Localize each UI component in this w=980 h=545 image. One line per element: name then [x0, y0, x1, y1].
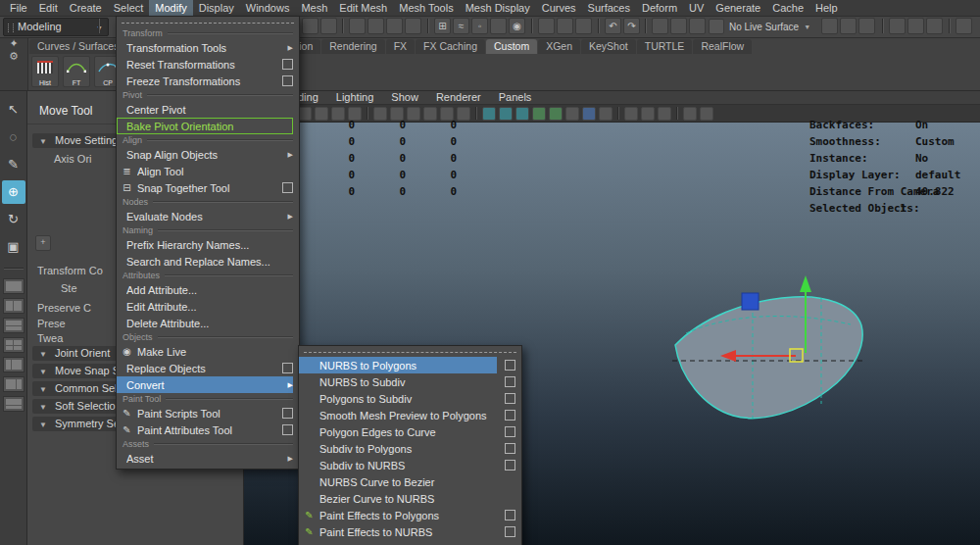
motion-blur-icon[interactable]: [582, 107, 596, 121]
option-box[interactable]: [505, 360, 515, 371]
menu-deform[interactable]: Deform: [636, 0, 683, 16]
menu-item-smooth-mesh-preview-to-polygons[interactable]: Smooth Mesh Preview to Polygons: [299, 407, 521, 423]
option-box[interactable]: [282, 59, 293, 70]
menu-item-polygon-edges-to-curve[interactable]: Polygon Edges to Curve: [299, 423, 521, 440]
outliner-toggle-icon[interactable]: [926, 18, 943, 34]
shelf-tab-realflow[interactable]: RealFlow: [693, 39, 752, 54]
select-faces-icon[interactable]: [405, 18, 421, 34]
paint-select-tool-button[interactable]: ✎: [2, 153, 25, 176]
option-box[interactable]: [282, 408, 293, 419]
shelf-tab-turtle[interactable]: TURTLE: [637, 39, 693, 54]
snap-to-point-icon[interactable]: ◦: [471, 18, 488, 34]
menu-item-nurbs-to-subdiv[interactable]: NURBS to Subdiv: [299, 373, 521, 390]
option-box[interactable]: [505, 376, 515, 387]
menu-item-make-live[interactable]: ◉Make Live: [117, 343, 299, 360]
menu-item-prefix-hierarchy-names[interactable]: Prefix Hierarchy Names...: [117, 236, 299, 253]
xray-joints-icon[interactable]: [658, 107, 671, 121]
shelf-tab-curves-surfaces[interactable]: Curves / Surfaces: [29, 39, 126, 54]
menu-item-subdiv-to-nurbs[interactable]: Subdiv to NURBS: [299, 457, 521, 473]
menu-item-replace-objects[interactable]: Replace Objects: [117, 360, 299, 376]
redo-icon[interactable]: ↷: [623, 18, 640, 34]
menu-item-paint-effects-to-polygons[interactable]: ✎Paint Effects to Polygons: [299, 507, 521, 523]
field-chart-icon[interactable]: [457, 107, 470, 121]
shaded-icon[interactable]: [499, 107, 513, 121]
panel-menu-show[interactable]: Show: [391, 91, 418, 103]
option-box[interactable]: [505, 510, 515, 520]
select-points-icon[interactable]: [368, 18, 384, 34]
shelf-tab-rendering[interactable]: Rendering: [321, 39, 384, 54]
shelf-tab-keyshot[interactable]: KeyShot: [581, 39, 636, 54]
shelf-tab-fx-caching[interactable]: FX Caching: [416, 39, 485, 54]
menu-item-convert[interactable]: Convert▶: [117, 376, 299, 393]
menu-item-evaluate-nodes[interactable]: Evaluate Nodes▶: [117, 208, 299, 224]
exposure-icon[interactable]: [683, 107, 697, 121]
use-all-lights-icon[interactable]: [532, 107, 546, 121]
menu-mesh-display[interactable]: Mesh Display: [460, 0, 536, 16]
wireframe-icon[interactable]: [482, 107, 496, 121]
panel-toggle-icon[interactable]: [956, 18, 972, 34]
menu-edit-mesh[interactable]: Edit Mesh: [333, 0, 393, 16]
layout-stacked-pane-button[interactable]: [3, 318, 24, 333]
snap-to-grid-icon[interactable]: ⊞: [434, 18, 451, 34]
option-box[interactable]: [505, 526, 515, 537]
layout-persp-graph-button[interactable]: [3, 396, 24, 412]
menu-surfaces[interactable]: Surfaces: [582, 0, 636, 16]
hierarchy-mode-icon[interactable]: [302, 18, 318, 34]
menu-item-polygons-to-subdiv[interactable]: Polygons to Subdiv: [299, 390, 521, 407]
option-box[interactable]: [282, 424, 293, 435]
multisample-icon[interactable]: [599, 107, 612, 121]
menu-item-search-and-replace-names[interactable]: Search and Replace Names...: [117, 253, 299, 270]
move-tool-button[interactable]: ⊕: [2, 180, 25, 204]
menu-item-bake-pivot-orientation[interactable]: Bake Pivot Orientation: [117, 118, 299, 134]
menu-create[interactable]: Create: [64, 0, 108, 16]
menu-item-paint-attributes-tool[interactable]: ✎Paint Attributes Tool: [117, 421, 299, 438]
menu-item-reset-transformations[interactable]: Reset Transformations: [117, 56, 299, 73]
rotate-tool-button[interactable]: ↻: [2, 208, 25, 231]
shelf-tab-fx[interactable]: FX: [386, 39, 415, 54]
menu-item-nurbs-curve-to-bezier[interactable]: NURBS Curve to Bezier: [299, 473, 521, 490]
menu-tearoff[interactable]: [122, 20, 294, 24]
menu-display[interactable]: Display: [193, 0, 240, 16]
channel-box-toggle-icon[interactable]: [858, 18, 875, 34]
layout-four-pane-button[interactable]: [3, 337, 24, 353]
input-connections-icon[interactable]: [538, 18, 555, 34]
shadows-icon[interactable]: [549, 107, 563, 121]
gamma-icon[interactable]: [700, 107, 713, 121]
panel-menu-lighting[interactable]: Lighting: [336, 91, 374, 103]
menu-item-bezier-curve-to-nurbs[interactable]: Bezier Curve to NURBS: [299, 490, 521, 507]
undo-icon[interactable]: ↶: [605, 18, 621, 34]
menu-windows[interactable]: Windows: [240, 0, 296, 16]
snap-to-plane-icon[interactable]: [490, 18, 507, 34]
screen-space-ao-icon[interactable]: [565, 107, 579, 121]
menu-generate[interactable]: Generate: [710, 0, 766, 16]
shelf-item-hist[interactable]: Hist: [31, 56, 59, 87]
menu-cache[interactable]: Cache: [766, 0, 809, 16]
option-box[interactable]: [505, 393, 515, 404]
menu-item-snap-together-tool[interactable]: ⊟Snap Together Tool: [117, 179, 299, 196]
menu-select[interactable]: Select: [108, 0, 150, 16]
component-mode-icon[interactable]: [349, 18, 366, 34]
live-surface-selector[interactable]: No Live Surface ▼: [709, 19, 810, 34]
menu-mesh-tools[interactable]: Mesh Tools: [393, 0, 459, 16]
layout-persp-outliner-button[interactable]: [3, 376, 24, 392]
render-icon[interactable]: [652, 18, 668, 34]
menu-item-paint-effects-to-nurbs[interactable]: ✎Paint Effects to NURBS: [299, 523, 521, 540]
menu-item-paint-scripts-tool[interactable]: ✎Paint Scripts Tool: [117, 405, 299, 421]
select-tool-button[interactable]: ↖: [2, 98, 25, 122]
menu-item-nurbs-to-polygons[interactable]: NURBS to Polygons: [299, 357, 521, 373]
menu-item-edit-attribute[interactable]: Edit Attribute...: [117, 298, 299, 315]
isolate-select-icon[interactable]: [624, 107, 638, 121]
menu-item-delete-attribute[interactable]: Delete Attribute...: [117, 315, 299, 331]
layout-two-pane-button[interactable]: [3, 298, 24, 314]
axis-orientation-icon[interactable]: +: [35, 235, 51, 251]
lasso-tool-button[interactable]: ◌: [2, 125, 25, 149]
snap-to-curve-icon[interactable]: ≈: [453, 18, 469, 34]
menu-item-add-attribute[interactable]: Add Attribute...: [117, 281, 299, 298]
option-box[interactable]: [505, 426, 515, 437]
character-controls-icon[interactable]: [907, 18, 924, 34]
option-box[interactable]: [505, 443, 515, 454]
layout-outliner-persp-button[interactable]: [3, 357, 24, 372]
make-live-icon[interactable]: ◉: [509, 18, 525, 34]
ipr-render-icon[interactable]: [670, 18, 687, 34]
construction-history-icon[interactable]: [575, 18, 592, 34]
